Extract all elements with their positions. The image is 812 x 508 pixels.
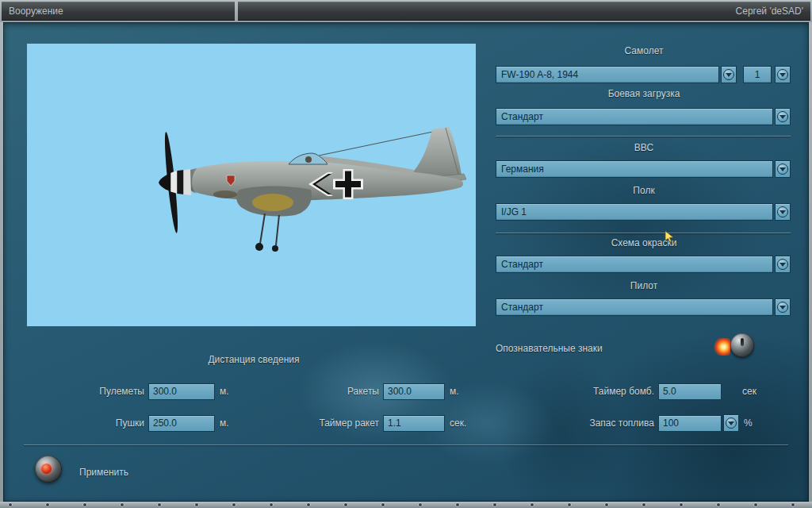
cannons-unit: м. [220, 418, 229, 429]
bottom-metal-strip [0, 502, 812, 508]
regiment-select[interactable]: I/JG 1 [496, 203, 773, 221]
rocket-timer-unit: сек. [450, 418, 466, 429]
main-panel: Самолет FW-190 A-8, 1944 1 Боевая загруз… [3, 22, 809, 502]
pilot-label: Пилот [496, 280, 792, 291]
loadout-label: Боевая загрузка [496, 88, 792, 99]
rocket-timer-input[interactable] [383, 415, 445, 432]
fuel-label: Запас топлива [543, 418, 654, 429]
machineguns-convergence-input[interactable] [148, 383, 215, 400]
divider [496, 233, 791, 233]
bomb-timer-input[interactable] [658, 383, 722, 400]
aircraft-preview [27, 44, 476, 326]
chevron-down-icon [723, 69, 734, 80]
divider [496, 136, 791, 137]
fuel-arrow-button[interactable] [723, 414, 739, 432]
fuel-unit: % [744, 418, 753, 429]
rockets-label: Ракеты [268, 386, 379, 397]
loadout-select-arrow-button[interactable] [775, 108, 791, 125]
chevron-down-icon [777, 302, 788, 313]
airforce-select[interactable]: Германия [496, 160, 773, 178]
aircraft-image [27, 44, 476, 326]
chevron-down-icon [777, 206, 788, 217]
screen-title: Вооружение [9, 6, 63, 17]
paint-scheme-select[interactable]: Стандарт [496, 256, 773, 273]
machineguns-label: Пулеметы [33, 386, 144, 397]
cannons-convergence-input[interactable] [148, 415, 215, 432]
chevron-down-icon [726, 418, 737, 429]
fuel-input[interactable] [658, 415, 722, 432]
aircraft-count-select[interactable]: 1 [743, 66, 772, 83]
airforce-select-arrow-button[interactable] [775, 160, 791, 178]
player-name-bar: Сергей 'deSAD' [238, 2, 810, 21]
markings-label: Опознавательные знаки [496, 343, 603, 354]
chevron-down-icon [777, 111, 788, 122]
aircraft-select-arrow-button[interactable] [721, 66, 737, 83]
bomb-timer-label: Таймер бомб. [543, 386, 654, 397]
airforce-label: ВВС [496, 142, 792, 153]
divider [24, 444, 788, 445]
pilot-select[interactable]: Стандарт [496, 298, 773, 316]
apply-button-label[interactable]: Применить [79, 467, 128, 478]
apply-button[interactable] [35, 456, 62, 483]
chevron-down-icon [777, 164, 788, 175]
rockets-convergence-input[interactable] [383, 383, 445, 400]
markings-toggle-knob[interactable] [730, 333, 754, 357]
rockets-unit: м. [450, 386, 459, 397]
aircraft-label: Самолет [496, 45, 792, 56]
aircraft-count-arrow-button[interactable] [775, 66, 791, 83]
pilot-select-arrow-button[interactable] [775, 298, 791, 316]
titlebar: Вооружение Сергей 'deSAD' [0, 0, 812, 22]
mouse-cursor-icon [665, 230, 674, 243]
regiment-select-arrow-button[interactable] [775, 203, 791, 221]
aircraft-select[interactable]: FW-190 A-8, 1944 [496, 66, 719, 83]
convergence-title: Дистанция сведения [135, 354, 373, 365]
player-name: Сергей 'deSAD' [736, 6, 803, 17]
chevron-down-icon [777, 69, 788, 80]
loadout-select[interactable]: Стандарт [496, 108, 773, 125]
paint-scheme-label: Схема окраски [496, 237, 792, 248]
chevron-down-icon [777, 259, 788, 270]
armament-screen: Вооружение Сергей 'deSAD' [0, 0, 812, 508]
paint-scheme-select-arrow-button[interactable] [775, 256, 791, 273]
bomb-timer-unit: сек [742, 386, 756, 397]
cannons-label: Пушки [33, 418, 144, 429]
regiment-label: Полк [496, 185, 792, 196]
screen-title-bar: Вооружение [2, 2, 235, 21]
rocket-timer-label: Таймер ракет [268, 418, 379, 429]
muzzle-flash-icon [710, 338, 730, 356]
machineguns-unit: м. [220, 386, 229, 397]
